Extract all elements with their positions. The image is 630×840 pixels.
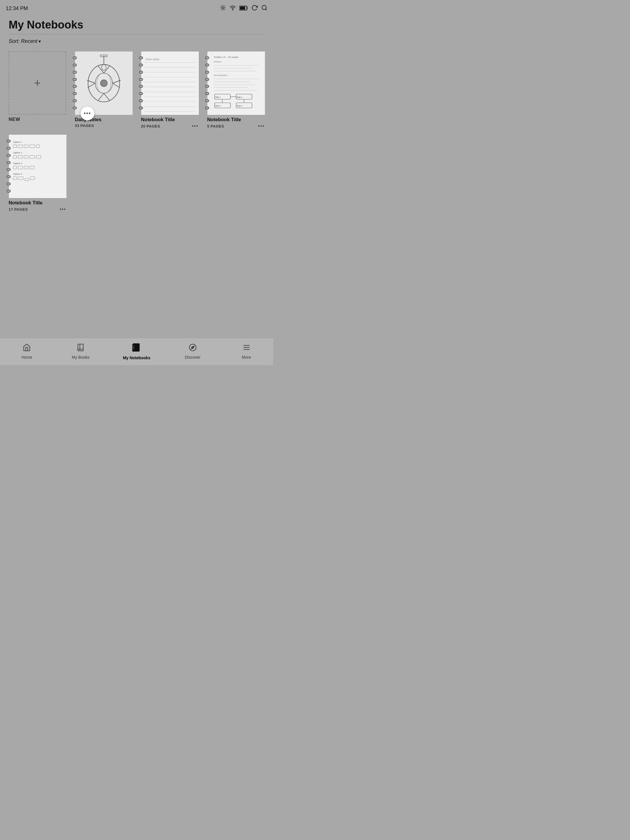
books-icon: [77, 343, 85, 354]
svg-text:Step 4: Step 4: [237, 105, 242, 107]
svg-rect-11: [240, 6, 245, 9]
svg-line-4: [224, 9, 225, 10]
svg-rect-89: [133, 344, 139, 352]
more-icon: [243, 343, 250, 354]
svg-text:Option 2: Option 2: [13, 152, 22, 154]
wifi-icon: [230, 5, 236, 13]
svg-text:Step 1: Step 1: [215, 96, 220, 98]
status-time: 12:34 PM: [6, 5, 28, 11]
svg-point-9: [232, 9, 233, 10]
notebook-cover-3[interactable]: Option 1 Option 2 Option 3 Option 4: [9, 134, 66, 198]
notebook-grid: + NEW: [0, 48, 273, 134]
svg-text:Poem Ideas: Poem Ideas: [146, 58, 160, 61]
new-notebook-label: NEW: [9, 117, 20, 122]
svg-marker-99: [191, 346, 194, 349]
notebook-meta-3: 17 PAGES •••: [9, 207, 66, 212]
spiral-rings-3: [6, 137, 11, 194]
svg-text:Pan Interaction:: Pan Interaction:: [214, 74, 228, 76]
svg-text:Option 4: Option 4: [13, 173, 22, 175]
new-notebook-item[interactable]: + NEW: [9, 51, 69, 129]
status-icons: [220, 5, 268, 13]
search-icon[interactable]: [261, 5, 268, 13]
nav-item-home[interactable]: Home: [15, 343, 38, 360]
svg-rect-94: [132, 344, 134, 346]
nav-label-discover: Discover: [185, 355, 200, 360]
brightness-icon: [220, 5, 226, 13]
home-icon: [23, 343, 31, 354]
notebook-meta-2: 5 PAGES •••: [207, 123, 265, 129]
new-notebook-cover[interactable]: +: [9, 51, 66, 115]
svg-text:Screens:: Screens:: [214, 61, 222, 63]
nav-label-my-books: My Books: [72, 355, 90, 360]
notebook-cover-2[interactable]: Toolkits 1.6 – UX review Screens: Pan In…: [207, 51, 265, 115]
notebook-info-3: Notebook Title 17 PAGES •••: [9, 200, 66, 212]
notebook-cover-1[interactable]: Poem Ideas: [141, 51, 198, 115]
nav-item-discover[interactable]: Discover: [181, 343, 204, 360]
notebook-1-illustration: Poem Ideas: [141, 52, 199, 115]
svg-text:Toolkits 1.6 – UX review: Toolkits 1.6 – UX review: [214, 56, 238, 58]
notebook-menu-3[interactable]: •••: [60, 207, 66, 212]
notebook-title-1: Notebook Title: [141, 117, 198, 123]
svg-rect-29: [141, 52, 199, 115]
notebook-item-1[interactable]: Poem Ideas Notebook Title 20 PAGES •••: [141, 51, 202, 129]
notebook-2-illustration: Toolkits 1.6 – UX review Screens: Pan In…: [208, 52, 265, 115]
sync-icon: [251, 5, 258, 13]
nav-label-my-notebooks: My Notebooks: [123, 355, 150, 360]
svg-line-13: [266, 9, 267, 10]
page-title: My Notebooks: [9, 19, 265, 31]
discover-icon: [189, 343, 197, 354]
notebook-row-2: Option 1 Option 2 Option 3 Option 4: [0, 134, 273, 218]
nav-item-my-books[interactable]: My Books: [69, 343, 92, 360]
notebook-3-illustration: Option 1 Option 2 Option 3 Option 4: [9, 135, 66, 198]
bottom-nav: Home My Books My: [0, 338, 273, 365]
spiral-rings-0: [73, 54, 77, 111]
status-bar: 12:34 PM: [0, 0, 273, 16]
notebook-item-3[interactable]: Option 1 Option 2 Option 3 Option 4: [9, 134, 66, 212]
notebook-info-2: Notebook Title 5 PAGES •••: [207, 117, 265, 129]
page-header: My Notebooks: [0, 16, 273, 31]
svg-line-3: [221, 6, 222, 6]
svg-line-8: [224, 6, 225, 6]
svg-point-0: [222, 6, 224, 9]
notebook-menu-2[interactable]: •••: [258, 123, 265, 129]
notebook-menu-1[interactable]: •••: [192, 123, 198, 129]
svg-text:Option 3: Option 3: [13, 162, 22, 165]
svg-rect-97: [132, 350, 134, 351]
notebook-pages-0: 33 PAGES: [75, 123, 94, 128]
nav-item-my-notebooks[interactable]: My Notebooks: [123, 343, 150, 360]
notebook-pages-1: 20 PAGES: [141, 124, 160, 128]
svg-line-7: [221, 9, 222, 10]
notebook-title-2: Notebook Title: [207, 117, 265, 123]
sort-chevron-icon[interactable]: ▾: [39, 39, 41, 44]
notebook-pages-3: 17 PAGES: [9, 207, 28, 212]
battery-icon: [239, 5, 248, 12]
notebook-title-3: Notebook Title: [9, 200, 66, 206]
notebook-item-2[interactable]: Toolkits 1.6 – UX review Screens: Pan In…: [207, 51, 268, 129]
svg-text:Step 2: Step 2: [237, 96, 242, 98]
daily-notes-illustration: [75, 52, 132, 115]
add-notebook-icon: +: [34, 77, 41, 90]
notebook-cover-0[interactable]: [75, 51, 132, 115]
sort-label[interactable]: Sort: Recent: [9, 38, 38, 44]
svg-rect-96: [132, 348, 134, 349]
notebook-pages-2: 5 PAGES: [207, 124, 224, 128]
notebook-info-1: Notebook Title 20 PAGES •••: [141, 117, 198, 129]
notebooks-icon: [132, 343, 141, 354]
sort-bar[interactable]: Sort: Recent ▾: [0, 34, 273, 48]
nav-label-home: Home: [22, 355, 32, 360]
svg-text:Step 3: Step 3: [215, 105, 220, 107]
nav-item-more[interactable]: More: [235, 343, 258, 360]
svg-text:Option 1: Option 1: [13, 141, 22, 144]
svg-point-12: [262, 5, 266, 10]
spiral-rings-1: [139, 54, 143, 111]
svg-rect-65: [9, 135, 66, 198]
spiral-rings-2: [205, 54, 210, 111]
daily-notes-more-button[interactable]: •••: [80, 106, 94, 120]
notebook-meta-0: 33 PAGES: [75, 123, 132, 128]
nav-label-more: More: [242, 355, 251, 360]
svg-point-17: [101, 80, 107, 87]
svg-rect-95: [132, 346, 134, 347]
notebook-meta-1: 20 PAGES •••: [141, 123, 198, 129]
